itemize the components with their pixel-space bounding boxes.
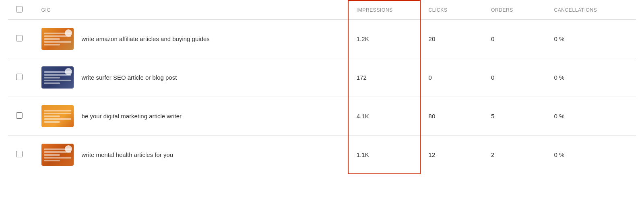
gig-title-0[interactable]: write amazon affiliate articles and buyi… <box>82 35 210 43</box>
gigs-table: GIG IMPRESSIONS CLICKS ORDERS CANCELLATI… <box>8 0 636 174</box>
impressions-cell-1: 172 <box>348 58 420 97</box>
row-checkbox-cell <box>8 136 33 174</box>
thumb-avatar-0 <box>65 29 72 37</box>
orders-value-2: 5 <box>491 113 494 120</box>
orders-value-3: 2 <box>491 151 494 158</box>
row-checkbox-3[interactable] <box>16 151 23 157</box>
row-checkbox-cell <box>8 97 33 136</box>
thumb-line <box>44 157 71 159</box>
cancellations-cell-1: 0 % <box>546 58 636 97</box>
impressions-header-label: IMPRESSIONS <box>357 7 393 13</box>
cancellations-value-3: 0 % <box>554 151 564 158</box>
thumb-line-short <box>44 77 60 78</box>
header-cancellations: CANCELLATIONS <box>546 0 636 20</box>
cancellations-cell-2: 0 % <box>546 97 636 136</box>
thumb-line-short <box>44 160 60 161</box>
impressions-value-0: 1.2K <box>357 35 369 42</box>
table-row: write mental health articles for you 1.1… <box>8 136 636 174</box>
gig-content-2: be your digital marketing article writer <box>41 105 340 127</box>
impressions-value-2: 4.1K <box>357 113 369 120</box>
cancellations-value-0: 0 % <box>554 35 564 42</box>
header-impressions: IMPRESSIONS <box>348 0 420 20</box>
clicks-cell-3: 12 <box>420 136 483 174</box>
impressions-value-1: 172 <box>357 74 367 81</box>
gig-title-2[interactable]: be your digital marketing article writer <box>82 112 182 120</box>
row-checkbox-1[interactable] <box>16 74 23 80</box>
gig-cell-1: write surfer SEO article or blog post <box>33 58 348 97</box>
header-gig: GIG <box>33 0 348 20</box>
impressions-cell-3: 1.1K <box>348 136 420 174</box>
thumb-lines-2 <box>41 107 74 125</box>
thumb-line <box>44 80 71 81</box>
gig-content-1: write surfer SEO article or blog post <box>41 66 340 89</box>
table-body: write amazon affiliate articles and buyi… <box>8 20 636 174</box>
header-clicks: CLICKS <box>420 0 483 20</box>
gig-header-label: GIG <box>41 7 51 13</box>
clicks-value-1: 0 <box>429 74 432 81</box>
thumb-line-short <box>44 44 60 45</box>
orders-cell-2: 5 <box>483 97 546 136</box>
clicks-value-0: 20 <box>429 35 436 42</box>
orders-cell-1: 0 <box>483 58 546 97</box>
gig-cell-3: write mental health articles for you <box>33 136 348 174</box>
cancellations-cell-3: 0 % <box>546 136 636 174</box>
thumb-line <box>44 113 71 114</box>
row-checkbox-cell <box>8 20 33 58</box>
thumb-line-short <box>44 82 60 84</box>
orders-value-1: 0 <box>491 74 494 81</box>
orders-value-0: 0 <box>491 35 494 42</box>
gig-cell-0: write amazon affiliate articles and buyi… <box>33 20 348 58</box>
gigs-table-container: GIG IMPRESSIONS CLICKS ORDERS CANCELLATI… <box>0 0 644 174</box>
cancellations-value-1: 0 % <box>554 74 564 81</box>
orders-cell-0: 0 <box>483 20 546 58</box>
gig-thumbnail-0 <box>41 28 74 50</box>
thumb-avatar-1 <box>65 68 72 75</box>
cancellations-value-2: 0 % <box>554 113 564 120</box>
orders-cell-3: 2 <box>483 136 546 174</box>
impressions-value-3: 1.1K <box>357 151 369 158</box>
table-row: be your digital marketing article writer… <box>8 97 636 136</box>
thumb-line <box>44 41 71 43</box>
clicks-header-label: CLICKS <box>429 7 448 13</box>
clicks-value-3: 12 <box>429 151 436 158</box>
table-header-row: GIG IMPRESSIONS CLICKS ORDERS CANCELLATI… <box>8 0 636 20</box>
orders-header-label: ORDERS <box>491 7 513 13</box>
gig-content-0: write amazon affiliate articles and buyi… <box>41 28 340 50</box>
gig-thumbnail-2 <box>41 105 74 127</box>
select-all-checkbox[interactable] <box>16 6 23 12</box>
row-checkbox-0[interactable] <box>16 35 23 41</box>
thumb-line-short <box>44 38 60 40</box>
thumb-line-short <box>44 121 60 123</box>
gig-content-3: write mental health articles for you <box>41 144 340 166</box>
cancellations-cell-0: 0 % <box>546 20 636 58</box>
gig-title-3[interactable]: write mental health articles for you <box>82 150 173 159</box>
clicks-cell-0: 20 <box>420 20 483 58</box>
row-checkbox-cell <box>8 58 33 97</box>
header-checkbox-cell <box>8 0 33 20</box>
gig-cell-2: be your digital marketing article writer <box>33 97 348 136</box>
clicks-cell-2: 80 <box>420 97 483 136</box>
cancellations-header-label: CANCELLATIONS <box>554 7 597 13</box>
impressions-cell-0: 1.2K <box>348 20 420 58</box>
header-orders: ORDERS <box>483 0 546 20</box>
thumb-line <box>44 110 71 111</box>
thumb-line-short <box>44 115 60 117</box>
impressions-cell-2: 4.1K <box>348 97 420 136</box>
table-row: write amazon affiliate articles and buyi… <box>8 20 636 58</box>
gig-thumbnail-1 <box>41 66 74 89</box>
clicks-cell-1: 0 <box>420 58 483 97</box>
gig-title-1[interactable]: write surfer SEO article or blog post <box>82 73 177 82</box>
thumb-avatar-3 <box>65 145 72 153</box>
thumb-line-short <box>44 154 60 156</box>
table-row: write surfer SEO article or blog post 17… <box>8 58 636 97</box>
thumb-line <box>44 118 71 120</box>
row-checkbox-2[interactable] <box>16 112 23 119</box>
gig-thumbnail-3 <box>41 144 74 166</box>
clicks-value-2: 80 <box>429 113 436 120</box>
